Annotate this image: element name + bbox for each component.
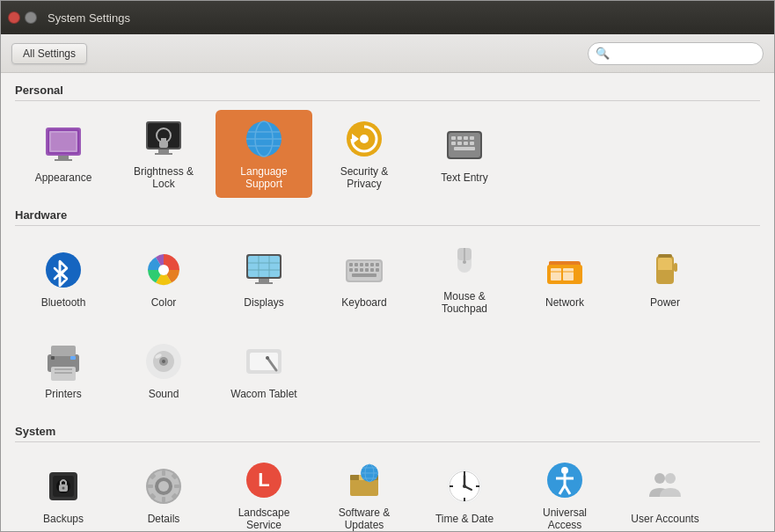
svg-point-87: [162, 360, 165, 363]
sidebar-item-user-accounts[interactable]: User Accounts: [617, 451, 713, 531]
svg-rect-81: [55, 372, 72, 374]
svg-rect-69: [563, 268, 574, 281]
sidebar-item-software-updates[interactable]: Software &Updates: [316, 451, 413, 531]
sidebar-item-color[interactable]: Color: [115, 235, 212, 323]
personal-grid: Appearance: [15, 110, 760, 198]
titlebar-buttons: [8, 11, 37, 24]
svg-rect-68: [551, 268, 561, 281]
sidebar-item-mouse-touchpad[interactable]: Mouse &Touchpad: [416, 235, 513, 323]
section-header-hardware: Hardware: [15, 208, 760, 226]
svg-rect-27: [451, 142, 456, 145]
sound-icon: [143, 340, 185, 383]
sidebar-item-appearance[interactable]: Appearance: [15, 110, 112, 198]
power-icon: [644, 249, 686, 291]
text-entry-label: Text Entry: [441, 171, 487, 184]
sidebar-item-network[interactable]: Network: [516, 235, 613, 323]
section-header-system: System: [15, 425, 760, 442]
content-area: Personal Appearance: [1, 73, 774, 531]
svg-rect-76: [658, 254, 672, 258]
landscape-service-icon: L: [243, 459, 285, 501]
svg-rect-4: [58, 156, 69, 159]
mouse-touchpad-icon: [443, 243, 486, 285]
svg-rect-56: [360, 268, 363, 272]
search-icon: 🔍: [596, 47, 610, 60]
svg-rect-50: [360, 263, 363, 266]
svg-rect-105: [148, 485, 153, 488]
hardware-grid: Bluetooth: [15, 235, 760, 414]
wacom-tablet-label: Wacom Tablet: [230, 388, 296, 400]
svg-rect-57: [365, 268, 369, 272]
svg-rect-66: [549, 261, 563, 265]
section-system: System: [15, 425, 760, 531]
sound-label: Sound: [149, 388, 179, 400]
svg-rect-80: [55, 368, 72, 370]
sidebar-item-backups[interactable]: Backups: [15, 451, 112, 531]
bluetooth-label: Bluetooth: [41, 296, 86, 309]
sidebar-item-universal-access[interactable]: UniversalAccess: [516, 451, 613, 531]
window-title: System Settings: [48, 11, 130, 25]
backups-icon: [42, 465, 84, 507]
svg-rect-53: [376, 263, 379, 266]
sidebar-item-displays[interactable]: Displays: [216, 235, 312, 323]
power-label: Power: [650, 296, 680, 309]
details-icon: [143, 465, 185, 507]
svg-rect-45: [255, 282, 273, 284]
sidebar-item-sound[interactable]: Sound: [115, 326, 212, 414]
toolbar: All Settings 🔍: [1, 34, 774, 73]
sidebar-item-wacom-tablet[interactable]: Wacom Tablet: [216, 326, 312, 414]
keyboard-icon: [343, 249, 385, 291]
svg-point-37: [158, 265, 169, 275]
svg-rect-78: [51, 346, 76, 356]
sidebar-item-brightness-lock[interactable]: Brightness &Lock: [115, 110, 212, 198]
displays-icon: [243, 249, 285, 291]
close-button[interactable]: [8, 11, 20, 24]
svg-point-64: [463, 260, 466, 264]
search-input[interactable]: [614, 47, 756, 60]
svg-rect-44: [259, 279, 269, 282]
sidebar-item-time-date[interactable]: Time & Date: [416, 451, 513, 531]
svg-point-138: [665, 473, 676, 484]
time-date-label: Time & Date: [435, 513, 494, 525]
svg-rect-28: [457, 142, 462, 145]
svg-rect-82: [70, 356, 76, 360]
svg-rect-59: [376, 268, 379, 272]
svg-rect-10: [161, 138, 166, 142]
all-settings-button[interactable]: All Settings: [11, 43, 87, 64]
sidebar-item-text-entry[interactable]: Text Entry: [416, 110, 513, 198]
sidebar-item-security-privacy[interactable]: Security &Privacy: [316, 110, 413, 198]
brightness-lock-icon: [143, 118, 185, 160]
color-label: Color: [151, 296, 177, 309]
sidebar-item-keyboard[interactable]: Keyboard: [316, 235, 413, 323]
svg-rect-26: [470, 136, 474, 140]
svg-rect-12: [155, 153, 172, 155]
svg-rect-23: [451, 136, 456, 140]
svg-point-137: [654, 473, 665, 484]
keyboard-label: Keyboard: [341, 296, 386, 309]
details-label: Details: [148, 513, 180, 525]
sidebar-item-details[interactable]: Details: [115, 451, 212, 531]
svg-rect-3: [51, 133, 76, 150]
universal-access-icon: [544, 459, 586, 501]
sidebar-item-language-support[interactable]: LanguageSupport: [216, 110, 312, 198]
svg-rect-30: [470, 142, 474, 145]
sidebar-item-power[interactable]: Power: [617, 235, 713, 323]
svg-rect-75: [674, 263, 677, 272]
wacom-tablet-icon: [243, 340, 285, 383]
security-privacy-label: Security &Privacy: [340, 165, 389, 191]
sidebar-item-bluetooth[interactable]: Bluetooth: [15, 235, 112, 323]
bluetooth-icon: [42, 249, 84, 291]
svg-point-98: [62, 486, 65, 489]
displays-label: Displays: [244, 296, 283, 309]
system-grid: Backups: [15, 451, 760, 531]
minimize-button[interactable]: [25, 11, 37, 24]
svg-rect-104: [162, 497, 165, 502]
sidebar-item-printers[interactable]: Printers: [15, 326, 112, 414]
user-accounts-label: User Accounts: [631, 513, 698, 525]
color-icon: [143, 249, 185, 291]
sidebar-item-landscape-service[interactable]: L LandscapeService: [216, 451, 312, 531]
svg-rect-24: [457, 136, 462, 140]
svg-rect-83: [51, 356, 55, 360]
svg-rect-29: [464, 142, 468, 145]
svg-rect-49: [355, 263, 358, 266]
svg-text:L: L: [258, 469, 269, 491]
